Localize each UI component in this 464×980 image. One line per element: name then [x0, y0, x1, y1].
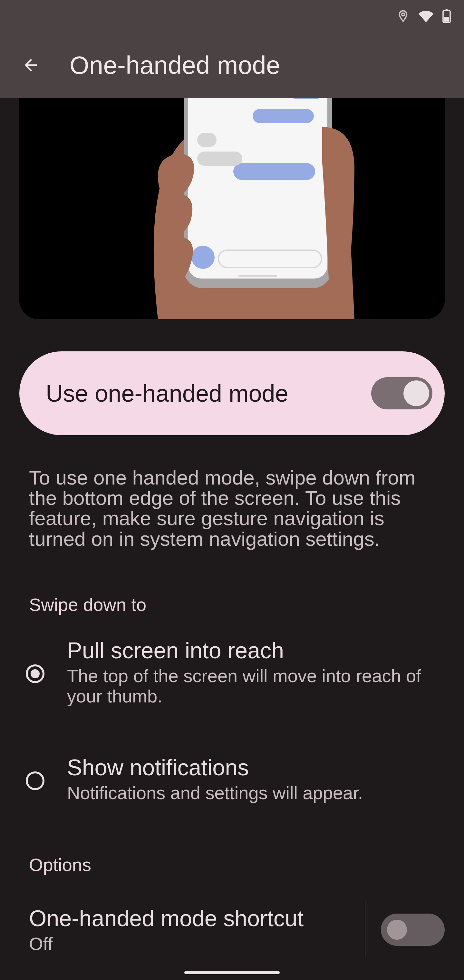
svg-rect-8	[253, 109, 314, 123]
arrow-left-icon	[22, 56, 40, 75]
hero-illustration	[19, 98, 445, 319]
svg-rect-2	[445, 10, 448, 11]
svg-rect-11	[197, 151, 242, 166]
radio-selected-icon	[26, 664, 44, 683]
location-icon	[396, 10, 410, 23]
svg-point-14	[191, 246, 215, 269]
swipe-option-subtitle: The top of the screen will move into rea…	[67, 666, 435, 706]
svg-point-0	[402, 13, 405, 16]
use-one-handed-mode-label: Use one-handed mode	[46, 380, 288, 407]
swipe-option-pull-screen[interactable]: Pull screen into reach The top of the sc…	[19, 615, 445, 719]
swipe-down-section-title: Swipe down to	[29, 594, 445, 615]
radio-unselected-icon	[26, 772, 44, 790]
swipe-option-subtitle: Notifications and settings will appear.	[67, 783, 363, 803]
swipe-option-title: Pull screen into reach	[67, 638, 435, 663]
use-one-handed-mode-switch[interactable]	[371, 377, 432, 409]
page-title: One-handed mode	[70, 51, 280, 80]
status-bar	[0, 0, 464, 32]
use-one-handed-mode-toggle[interactable]: Use one-handed mode	[19, 352, 445, 435]
one-handed-shortcut-title: One-handed mode shortcut	[29, 905, 304, 931]
header: One-handed mode	[0, 32, 464, 98]
options-section-title: Options	[29, 854, 445, 875]
one-handed-shortcut-value: Off	[29, 933, 304, 954]
swipe-option-show-notifications[interactable]: Show notifications Notifications and set…	[19, 732, 445, 816]
back-button[interactable]	[18, 52, 44, 78]
battery-icon	[442, 9, 451, 23]
one-handed-shortcut-switch[interactable]	[381, 913, 445, 946]
svg-rect-10	[197, 133, 216, 147]
one-handed-shortcut-row[interactable]: One-handed mode shortcut Off	[19, 889, 445, 970]
svg-rect-3	[444, 17, 449, 22]
wifi-icon	[418, 10, 434, 23]
swipe-option-title: Show notifications	[67, 755, 363, 780]
svg-rect-9	[233, 163, 315, 180]
gesture-nav-bar[interactable]	[184, 971, 280, 974]
description-text: To use one handed mode, swipe down from …	[29, 468, 435, 549]
svg-rect-13	[238, 275, 277, 277]
